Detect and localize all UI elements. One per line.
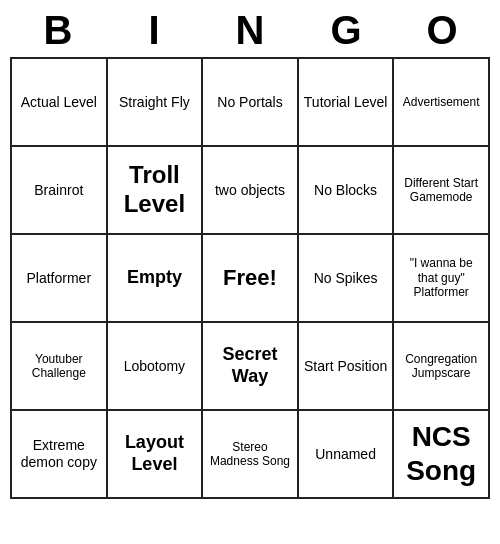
bingo-letter-B: B	[14, 8, 102, 53]
bingo-grid: Actual LevelStraight FlyNo PortalsTutori…	[10, 57, 490, 499]
bingo-cell-21: Layout Level	[108, 411, 204, 499]
bingo-cell-13: No Spikes	[299, 235, 395, 323]
bingo-header: BINGO	[10, 0, 490, 57]
bingo-cell-4: Advertisement	[394, 59, 490, 147]
bingo-cell-6: Troll Level	[108, 147, 204, 235]
bingo-cell-7: two objects	[203, 147, 299, 235]
bingo-cell-19: Congregation Jumpscare	[394, 323, 490, 411]
bingo-cell-8: No Blocks	[299, 147, 395, 235]
bingo-letter-I: I	[110, 8, 198, 53]
bingo-cell-0: Actual Level	[12, 59, 108, 147]
bingo-cell-23: Unnamed	[299, 411, 395, 499]
bingo-cell-14: "I wanna be that guy" Platformer	[394, 235, 490, 323]
bingo-cell-11: Empty	[108, 235, 204, 323]
bingo-cell-12: Free!	[203, 235, 299, 323]
bingo-cell-16: Lobotomy	[108, 323, 204, 411]
bingo-cell-15: Youtuber Challenge	[12, 323, 108, 411]
bingo-cell-10: Platformer	[12, 235, 108, 323]
bingo-cell-3: Tutorial Level	[299, 59, 395, 147]
bingo-cell-9: Different Start Gamemode	[394, 147, 490, 235]
bingo-cell-20: Extreme demon copy	[12, 411, 108, 499]
bingo-letter-G: G	[302, 8, 390, 53]
bingo-cell-1: Straight Fly	[108, 59, 204, 147]
bingo-cell-5: Brainrot	[12, 147, 108, 235]
bingo-cell-24: NCS Song	[394, 411, 490, 499]
bingo-cell-18: Start Position	[299, 323, 395, 411]
bingo-letter-O: O	[398, 8, 486, 53]
bingo-cell-2: No Portals	[203, 59, 299, 147]
bingo-cell-17: Secret Way	[203, 323, 299, 411]
bingo-letter-N: N	[206, 8, 294, 53]
bingo-cell-22: Stereo Madness Song	[203, 411, 299, 499]
